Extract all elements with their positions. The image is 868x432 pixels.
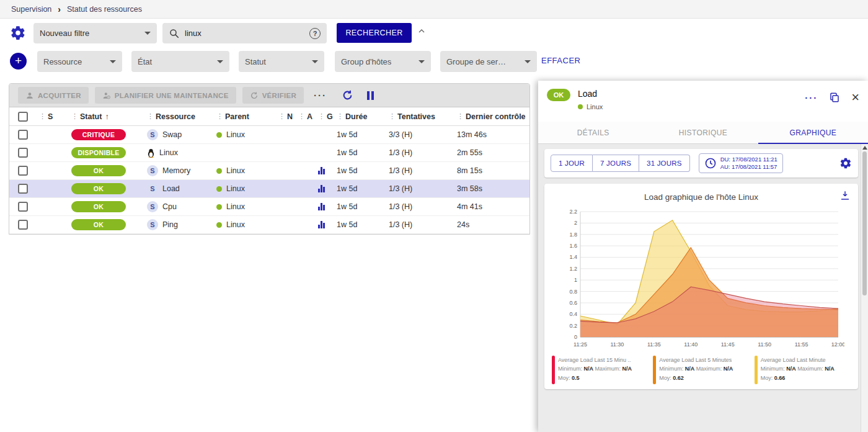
resource-type-dropdown[interactable]: Ressource — [37, 51, 122, 72]
tab-history[interactable]: HISTORIQUE — [648, 122, 758, 143]
table-toolbar: ACQUITTER PLANIFIER UNE MAINTENANCE VÉRI… — [9, 84, 529, 107]
row-checkbox[interactable] — [18, 130, 28, 140]
close-panel-icon[interactable]: × — [851, 91, 859, 104]
pause-icon[interactable] — [367, 91, 374, 100]
refresh-icon[interactable] — [342, 89, 353, 101]
check-button[interactable]: VÉRIFIER — [242, 87, 304, 104]
settings-gear-icon[interactable] — [10, 25, 26, 41]
search-input[interactable] — [185, 29, 304, 38]
resource-name[interactable]: Cpu — [162, 202, 177, 211]
row-checkbox[interactable] — [18, 220, 28, 230]
svg-text:11:30: 11:30 — [610, 341, 624, 348]
drag-handle-icon[interactable]: ⋮ — [278, 112, 285, 120]
legend-item[interactable]: Average Load Last 5 MinutesMinimum: N/A … — [653, 356, 749, 384]
chevron-up-icon[interactable] — [417, 26, 427, 38]
tab-details[interactable]: DÉTAILS — [538, 122, 648, 143]
table-row[interactable]: OKSMemoryLinux1w 5d1/3 (H)8m 15s — [9, 162, 529, 180]
table-row[interactable]: DISPONIBLELinux1w 5d1/3 (H)2m 55s — [9, 144, 529, 162]
more-actions-icon[interactable]: ··· — [314, 90, 327, 101]
graph-icon[interactable] — [318, 203, 325, 210]
scroll-up-arrow-icon[interactable] — [862, 146, 867, 150]
tab-graph[interactable]: GRAPHIQUE — [758, 122, 868, 143]
download-icon[interactable] — [839, 190, 851, 203]
graph-icon[interactable] — [318, 185, 325, 192]
column-header-tries[interactable]: ⋮Tentatives — [386, 107, 454, 125]
saved-filter-select[interactable]: Nouveau filtre — [33, 23, 157, 43]
resource-name[interactable]: Linux — [159, 148, 178, 157]
panel-more-icon[interactable]: ··· — [805, 92, 818, 103]
last-check-cell: 2m 55s — [454, 144, 529, 161]
resource-name[interactable]: Ping — [162, 220, 178, 229]
row-checkbox[interactable] — [18, 202, 28, 212]
parent-name[interactable]: Linux — [226, 220, 245, 229]
scrollbar-thumb[interactable] — [862, 151, 867, 295]
tries-cell: 3/3 (H) — [386, 126, 454, 143]
legend-item[interactable]: Average Load Last MinuteMinimum: N/A Max… — [755, 356, 851, 384]
column-header-g[interactable]: ⋮G — [316, 107, 334, 125]
range-7days-button[interactable]: 7 JOURS — [593, 155, 639, 172]
search-button[interactable]: RECHERCHER — [337, 23, 412, 43]
table-row[interactable]: OKSLoadLinux1w 5d1/3 (H)3m 58s — [9, 180, 529, 198]
table-row[interactable]: OKSPingLinux1w 5d1/3 (H)24s — [9, 216, 529, 234]
acknowledge-button[interactable]: ACQUITTER — [18, 87, 89, 104]
resource-name[interactable]: Load — [162, 184, 180, 193]
column-header-status[interactable]: ⋮Statut↑ — [69, 107, 144, 125]
legend-min-max: Minimum: N/A Maximum: N/A — [659, 366, 733, 372]
servicegroup-dropdown[interactable]: Groupe de ser… — [440, 51, 537, 72]
row-checkbox[interactable] — [18, 148, 28, 158]
graph-icon[interactable] — [318, 167, 325, 174]
column-header-n[interactable]: ⋮N — [276, 107, 296, 125]
table-row[interactable]: OKSCpuLinux1w 5d1/3 (H)4m 41s — [9, 198, 529, 216]
legend-item[interactable]: Average Load Last 15 Minu ..Minimum: N/A… — [552, 356, 648, 384]
panel-parent-name[interactable]: Linux — [587, 103, 603, 110]
resource-name[interactable]: Swap — [162, 130, 182, 139]
drag-handle-icon[interactable]: ⋮ — [39, 112, 46, 120]
legend-series-name: Average Load Last 5 Minutes — [659, 357, 733, 364]
drag-handle-icon[interactable]: ⋮ — [457, 112, 464, 120]
table-row[interactable]: CRITIQUESSwapLinux1w 5d3/3 (H)13m 46s — [9, 126, 529, 144]
add-criteria-button[interactable]: + — [10, 53, 27, 70]
column-header-a[interactable]: ⋮A — [296, 107, 316, 125]
graph-settings-gear-icon[interactable] — [839, 157, 852, 169]
drag-handle-icon[interactable]: ⋮ — [216, 112, 223, 120]
range-31days-button[interactable]: 31 JOURS — [639, 155, 690, 172]
help-icon[interactable]: ? — [309, 28, 321, 39]
column-header-duration[interactable]: ⋮Durée — [334, 107, 386, 125]
chevron-down-icon — [217, 60, 223, 63]
column-header-severity[interactable]: ⋮S — [37, 107, 69, 125]
copy-link-icon[interactable] — [829, 92, 840, 103]
select-all-checkbox[interactable] — [18, 112, 28, 122]
drag-handle-icon[interactable]: ⋮ — [298, 112, 305, 120]
clear-filters-button[interactable]: EFFACER — [541, 56, 580, 65]
row-checkbox[interactable] — [18, 184, 28, 194]
maintenance-label: PLANIFIER UNE MAINTENANCE — [115, 92, 229, 99]
service-icon: S — [147, 165, 158, 176]
custom-period-button[interactable]: DU: 17/08/2021 11:21 AU: 17/08/2021 11:5… — [699, 153, 783, 173]
status-dropdown[interactable]: Statut — [239, 51, 324, 72]
column-header-last-check[interactable]: ⋮Dernier contrôle — [454, 107, 529, 125]
status-badge: OK — [71, 201, 126, 212]
svg-text:1.8: 1.8 — [569, 232, 577, 238]
column-header-parent[interactable]: ⋮Parent — [214, 107, 276, 125]
resources-table: ACQUITTER PLANIFIER UNE MAINTENANCE VÉRI… — [9, 83, 530, 235]
breadcrumb-supervision[interactable]: Supervision — [11, 5, 51, 14]
drag-handle-icon[interactable]: ⋮ — [71, 112, 78, 120]
hostgroup-dropdown[interactable]: Group d'hôtes — [335, 51, 431, 72]
column-header-resource[interactable]: ⋮Ressource — [144, 107, 214, 125]
graph-icon[interactable] — [318, 221, 325, 228]
range-1day-button[interactable]: 1 JOUR — [551, 155, 593, 172]
drag-handle-icon[interactable]: ⋮ — [318, 112, 325, 120]
parent-name[interactable]: Linux — [226, 202, 245, 211]
breadcrumb-current-page[interactable]: Statut des ressources — [67, 5, 142, 14]
parent-name[interactable]: Linux — [226, 184, 245, 193]
drag-handle-icon[interactable]: ⋮ — [389, 112, 396, 120]
parent-name[interactable]: Linux — [226, 166, 245, 175]
maintenance-button[interactable]: PLANIFIER UNE MAINTENANCE — [95, 87, 236, 104]
parent-name[interactable]: Linux — [226, 130, 245, 139]
resource-name[interactable]: Memory — [162, 166, 190, 175]
state-dropdown[interactable]: État — [131, 51, 229, 72]
drag-handle-icon[interactable]: ⋮ — [147, 112, 154, 120]
panel-scrollbar[interactable] — [861, 144, 868, 432]
drag-handle-icon[interactable]: ⋮ — [337, 112, 343, 120]
row-checkbox[interactable] — [18, 166, 28, 176]
